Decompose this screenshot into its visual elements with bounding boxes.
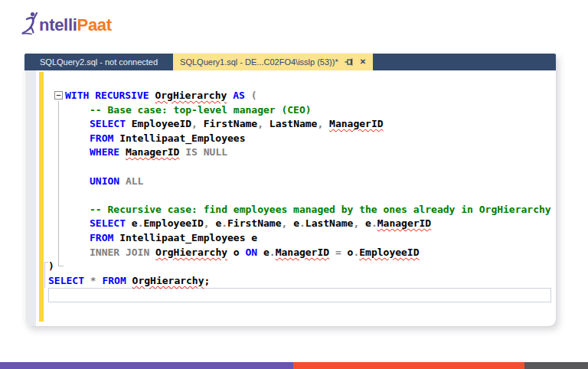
logo-text: ntelliPaat <box>39 14 112 37</box>
code-token: SELECT <box>90 217 126 229</box>
code-line[interactable]: WHERE ManagerID IS NULL <box>90 145 556 160</box>
code-token: Intellipaat_Employees e <box>113 232 257 243</box>
code-token: ManagerID <box>329 118 383 129</box>
code-token: ON <box>246 247 258 258</box>
code-token: e <box>210 217 222 229</box>
logo-text-primary: ntelli <box>39 15 77 34</box>
code-token: . <box>221 217 227 229</box>
document-tab-bar: SQLQuery2.sql - not connectedSQLQuery1.s… <box>24 54 556 70</box>
footer-gray-segment <box>524 362 588 369</box>
code-token: , <box>257 118 263 129</box>
code-token: EmployeeID <box>359 247 419 258</box>
current-line[interactable] <box>48 288 551 302</box>
code-token: WHERE <box>90 146 119 158</box>
code-token: -- Recursive case: find employees manage… <box>90 204 551 215</box>
tab-label: SQLQuery2.sql - not connected <box>40 57 158 67</box>
code-token: * <box>90 275 96 286</box>
footer-accent-bar <box>0 362 588 369</box>
code-token: e <box>359 217 371 229</box>
collapse-region-toggle[interactable]: – <box>54 91 63 100</box>
tab-label: SQLQuery1.sql - DE...C02FO4\isslp (53))* <box>180 57 338 67</box>
code-token: e <box>257 247 270 258</box>
code-token: ALL <box>126 175 143 187</box>
code-line[interactable] <box>90 188 556 203</box>
code-token <box>126 275 132 286</box>
code-line[interactable]: -- Base case: top-level manager (CEO) <box>90 103 556 118</box>
code-token <box>84 275 90 286</box>
code-token: ( <box>251 90 257 101</box>
code-line[interactable] <box>90 160 556 175</box>
code-token: . <box>299 217 305 229</box>
code-line[interactable]: SELECT e.EmployeeID, e.FirstName, e.Last… <box>90 217 556 231</box>
code-line[interactable]: SELECT EmployeeID, FirstName, LastName, … <box>90 117 556 132</box>
code-token: e <box>287 217 299 229</box>
code-token <box>323 118 329 129</box>
page: ntelliPaat SQLQuery2.sql - not connected… <box>0 0 588 369</box>
code-token: EmployeeID <box>143 217 203 229</box>
code-token: FROM <box>90 132 113 144</box>
code-token: FROM <box>102 275 126 286</box>
code-token: ManagerID <box>126 146 179 158</box>
code-token: OrgHierarchy <box>155 247 227 258</box>
code-token: FROM <box>90 232 113 243</box>
code-token: SELECT <box>90 118 126 129</box>
code-token: AS <box>233 90 245 101</box>
code-token: ManagerID <box>276 247 329 258</box>
code-token: ManagerID <box>377 217 431 229</box>
code-token: LastName <box>305 217 354 229</box>
code-token: , <box>204 217 210 229</box>
code-line[interactable]: ) <box>48 260 556 274</box>
code-token <box>149 247 155 258</box>
code-token: OrgHierarchy <box>155 90 227 101</box>
intellipaat-logo: ntelliPaat <box>20 8 112 37</box>
code-token: = <box>335 247 341 258</box>
code-token: EmployeeID <box>126 118 191 129</box>
code-token: OrgHierarchy <box>132 275 204 286</box>
code-token <box>227 90 233 101</box>
code-token: o <box>341 247 354 258</box>
code-token: ) <box>48 260 54 272</box>
code-lines: WITH RECURSIVE OrgHierarchy AS (-- Base … <box>24 89 556 302</box>
tab-sqlquery1[interactable]: SQLQuery1.sql - DE...C02FO4\isslp (53))*… <box>173 54 373 70</box>
code-token: SELECT <box>48 275 84 286</box>
code-line[interactable]: -- Recursive case: find employees manage… <box>90 203 556 217</box>
pin-icon[interactable] <box>345 57 354 67</box>
code-editor[interactable]: – WITH RECURSIVE OrgHierarchy AS (-- Bas… <box>24 70 556 326</box>
logo-figure-icon <box>20 9 41 37</box>
code-line[interactable]: WITH RECURSIVE OrgHierarchy AS ( <box>65 89 556 103</box>
code-token: INNER JOIN <box>90 247 149 258</box>
code-line[interactable]: FROM Intellipaat_Employees e <box>90 231 556 246</box>
code-token: WITH RECURSIVE <box>65 90 155 101</box>
sql-editor-window: SQLQuery2.sql - not connectedSQLQuery1.s… <box>24 54 556 326</box>
logo-text-secondary: Paat <box>77 15 112 34</box>
code-token: IS NULL <box>185 146 227 158</box>
code-token: Intellipaat_Employees <box>113 132 245 144</box>
code-token: e <box>126 217 138 229</box>
code-token: ; <box>204 275 211 286</box>
code-token: , <box>191 118 198 129</box>
code-token: UNION <box>90 175 119 187</box>
code-token: . <box>270 247 276 258</box>
code-token <box>245 90 251 101</box>
code-line[interactable]: FROM Intellipaat_Employees <box>90 132 556 146</box>
footer-orange-segment <box>293 362 524 369</box>
code-line[interactable]: SELECT * FROM OrgHierarchy; <box>48 274 556 289</box>
code-token: FirstName <box>227 217 281 229</box>
code-token: LastName <box>263 118 317 129</box>
code-token: FirstName <box>198 118 257 129</box>
code-line[interactable]: INNER JOIN OrgHierarchy o ON e.ManagerID… <box>90 246 556 260</box>
close-icon[interactable]: ✕ <box>360 58 366 66</box>
code-token <box>119 146 126 158</box>
code-token: o <box>227 247 245 258</box>
footer-purple-segment <box>0 362 293 369</box>
code-line[interactable]: UNION ALL <box>90 175 556 189</box>
code-token: -- Base case: top-level manager (CEO) <box>90 104 312 116</box>
code-token <box>329 247 335 258</box>
code-token: . <box>371 217 377 229</box>
code-token <box>119 175 126 187</box>
tab-sqlquery2[interactable]: SQLQuery2.sql - not connected <box>29 54 173 70</box>
